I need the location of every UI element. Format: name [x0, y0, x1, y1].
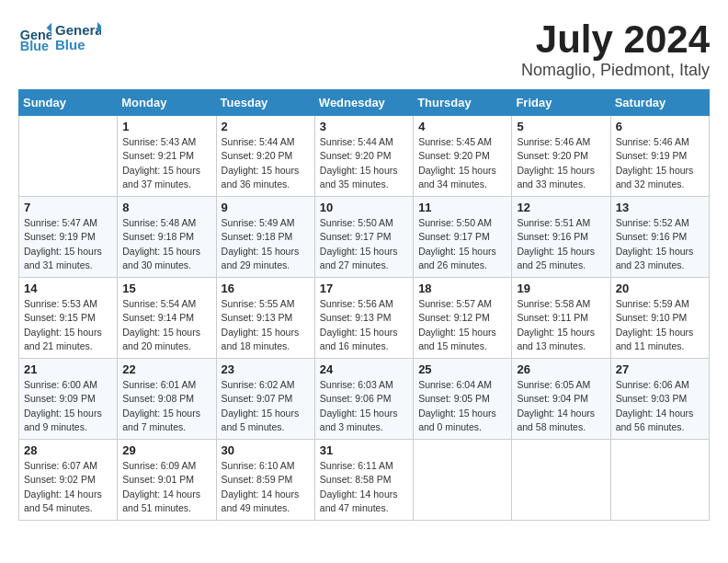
day-info: Sunrise: 6:10 AM Sunset: 8:59 PM Dayligh…: [222, 459, 310, 515]
calendar-cell: 14Sunrise: 5:53 AM Sunset: 9:15 PM Dayli…: [19, 278, 118, 359]
day-number: 25: [418, 362, 506, 376]
day-info: Sunrise: 6:07 AM Sunset: 9:02 PM Dayligh…: [24, 459, 112, 515]
day-info: Sunrise: 6:04 AM Sunset: 9:05 PM Dayligh…: [418, 378, 506, 434]
calendar-cell: 24Sunrise: 6:03 AM Sunset: 9:06 PM Dayli…: [314, 359, 413, 440]
day-number: 1: [122, 120, 210, 133]
calendar-cell: 2Sunrise: 5:44 AM Sunset: 9:20 PM Daylig…: [216, 116, 314, 197]
month-title: July 2024: [521, 18, 710, 61]
calendar-week-3: 21Sunrise: 6:00 AM Sunset: 9:09 PM Dayli…: [19, 359, 710, 440]
day-number: 29: [122, 443, 210, 457]
calendar-cell: 28Sunrise: 6:07 AM Sunset: 9:02 PM Dayli…: [19, 440, 118, 521]
day-number: 14: [24, 282, 112, 295]
weekday-header-friday: Friday: [512, 90, 610, 116]
calendar-table: SundayMondayTuesdayWednesdayThursdayFrid…: [18, 89, 710, 521]
day-number: 24: [320, 362, 408, 376]
calendar-cell: 30Sunrise: 6:10 AM Sunset: 8:59 PM Dayli…: [216, 440, 314, 521]
day-number: 3: [320, 120, 408, 133]
weekday-header-thursday: Thursday: [414, 90, 512, 116]
day-number: 11: [418, 201, 506, 214]
day-info: Sunrise: 6:11 AM Sunset: 8:58 PM Dayligh…: [320, 459, 408, 515]
calendar-week-2: 14Sunrise: 5:53 AM Sunset: 9:15 PM Dayli…: [19, 278, 710, 359]
calendar-week-4: 28Sunrise: 6:07 AM Sunset: 9:02 PM Dayli…: [19, 440, 710, 521]
calendar-cell: 17Sunrise: 5:56 AM Sunset: 9:13 PM Dayli…: [314, 278, 413, 359]
calendar-cell: 18Sunrise: 5:57 AM Sunset: 9:12 PM Dayli…: [414, 278, 512, 359]
calendar-cell: 7Sunrise: 5:47 AM Sunset: 9:19 PM Daylig…: [19, 197, 118, 278]
day-info: Sunrise: 6:01 AM Sunset: 9:08 PM Dayligh…: [122, 378, 210, 434]
svg-text:Blue: Blue: [55, 37, 85, 52]
calendar-cell: 15Sunrise: 5:54 AM Sunset: 9:14 PM Dayli…: [118, 278, 216, 359]
day-info: Sunrise: 5:48 AM Sunset: 9:18 PM Dayligh…: [122, 216, 210, 272]
day-info: Sunrise: 5:46 AM Sunset: 9:19 PM Dayligh…: [616, 135, 704, 191]
calendar-cell: 11Sunrise: 5:50 AM Sunset: 9:17 PM Dayli…: [414, 197, 512, 278]
day-number: 12: [517, 201, 605, 214]
weekday-header-tuesday: Tuesday: [216, 90, 314, 116]
calendar-cell: 29Sunrise: 6:09 AM Sunset: 9:01 PM Dayli…: [118, 440, 216, 521]
day-number: 7: [24, 201, 112, 214]
day-number: 20: [616, 282, 704, 295]
calendar-cell: 10Sunrise: 5:50 AM Sunset: 9:17 PM Dayli…: [314, 197, 413, 278]
calendar-cell: 4Sunrise: 5:45 AM Sunset: 9:20 PM Daylig…: [414, 116, 512, 197]
day-info: Sunrise: 6:00 AM Sunset: 9:09 PM Dayligh…: [24, 378, 112, 434]
day-info: Sunrise: 5:52 AM Sunset: 9:16 PM Dayligh…: [616, 216, 704, 272]
calendar-cell: [414, 440, 512, 521]
calendar-cell: 3Sunrise: 5:44 AM Sunset: 9:20 PM Daylig…: [314, 116, 413, 197]
calendar-cell: [19, 116, 118, 197]
calendar-cell: 20Sunrise: 5:59 AM Sunset: 9:10 PM Dayli…: [610, 278, 709, 359]
day-number: 26: [517, 362, 605, 376]
header: General Blue General Blue July 2024 Noma…: [18, 18, 710, 80]
calendar-cell: 31Sunrise: 6:11 AM Sunset: 8:58 PM Dayli…: [314, 440, 413, 521]
day-info: Sunrise: 5:57 AM Sunset: 9:12 PM Dayligh…: [418, 297, 506, 353]
svg-text:Blue: Blue: [20, 39, 49, 53]
day-number: 18: [418, 282, 506, 295]
day-info: Sunrise: 6:09 AM Sunset: 9:01 PM Dayligh…: [122, 459, 210, 515]
day-number: 6: [616, 120, 704, 133]
day-number: 5: [517, 120, 605, 133]
day-info: Sunrise: 6:03 AM Sunset: 9:06 PM Dayligh…: [320, 378, 408, 434]
weekday-header-monday: Monday: [118, 90, 216, 116]
day-info: Sunrise: 5:53 AM Sunset: 9:15 PM Dayligh…: [24, 297, 112, 353]
day-info: Sunrise: 5:44 AM Sunset: 9:20 PM Dayligh…: [222, 135, 310, 191]
calendar-cell: 13Sunrise: 5:52 AM Sunset: 9:16 PM Dayli…: [610, 197, 709, 278]
day-info: Sunrise: 5:50 AM Sunset: 9:17 PM Dayligh…: [320, 216, 408, 272]
svg-text:General: General: [55, 22, 101, 38]
weekday-header-wednesday: Wednesday: [314, 90, 413, 116]
calendar-cell: [512, 440, 610, 521]
day-number: 10: [320, 201, 408, 214]
day-number: 22: [122, 362, 210, 376]
day-number: 2: [222, 120, 310, 133]
day-info: Sunrise: 5:54 AM Sunset: 9:14 PM Dayligh…: [122, 297, 210, 353]
calendar-cell: 5Sunrise: 5:46 AM Sunset: 9:20 PM Daylig…: [512, 116, 610, 197]
calendar-cell: 1Sunrise: 5:43 AM Sunset: 9:21 PM Daylig…: [118, 116, 216, 197]
logo: General Blue General Blue: [18, 18, 101, 57]
day-number: 9: [222, 201, 310, 214]
day-info: Sunrise: 5:43 AM Sunset: 9:21 PM Dayligh…: [122, 135, 210, 191]
day-number: 16: [222, 282, 310, 295]
calendar-cell: 9Sunrise: 5:49 AM Sunset: 9:18 PM Daylig…: [216, 197, 314, 278]
day-info: Sunrise: 6:05 AM Sunset: 9:04 PM Dayligh…: [517, 378, 605, 434]
day-info: Sunrise: 6:06 AM Sunset: 9:03 PM Dayligh…: [616, 378, 704, 434]
day-info: Sunrise: 5:44 AM Sunset: 9:20 PM Dayligh…: [320, 135, 408, 191]
day-number: 21: [24, 362, 112, 376]
calendar-cell: 22Sunrise: 6:01 AM Sunset: 9:08 PM Dayli…: [118, 359, 216, 440]
calendar-cell: 27Sunrise: 6:06 AM Sunset: 9:03 PM Dayli…: [610, 359, 709, 440]
day-number: 28: [24, 443, 112, 457]
day-number: 23: [222, 362, 310, 376]
calendar-cell: 16Sunrise: 5:55 AM Sunset: 9:13 PM Dayli…: [216, 278, 314, 359]
day-number: 17: [320, 282, 408, 295]
day-info: Sunrise: 5:50 AM Sunset: 9:17 PM Dayligh…: [418, 216, 506, 272]
day-number: 30: [222, 443, 310, 457]
day-number: 13: [616, 201, 704, 214]
day-info: Sunrise: 5:51 AM Sunset: 9:16 PM Dayligh…: [517, 216, 605, 272]
day-number: 15: [122, 282, 210, 295]
day-info: Sunrise: 5:55 AM Sunset: 9:13 PM Dayligh…: [222, 297, 310, 353]
day-info: Sunrise: 5:59 AM Sunset: 9:10 PM Dayligh…: [616, 297, 704, 353]
day-number: 8: [122, 201, 210, 214]
day-info: Sunrise: 5:46 AM Sunset: 9:20 PM Dayligh…: [517, 135, 605, 191]
calendar-cell: [610, 440, 709, 521]
day-number: 4: [418, 120, 506, 133]
day-info: Sunrise: 5:45 AM Sunset: 9:20 PM Dayligh…: [418, 135, 506, 191]
calendar-cell: 12Sunrise: 5:51 AM Sunset: 9:16 PM Dayli…: [512, 197, 610, 278]
calendar-cell: 23Sunrise: 6:02 AM Sunset: 9:07 PM Dayli…: [216, 359, 314, 440]
day-info: Sunrise: 5:49 AM Sunset: 9:18 PM Dayligh…: [222, 216, 310, 272]
logo-icon: General Blue: [18, 21, 51, 54]
